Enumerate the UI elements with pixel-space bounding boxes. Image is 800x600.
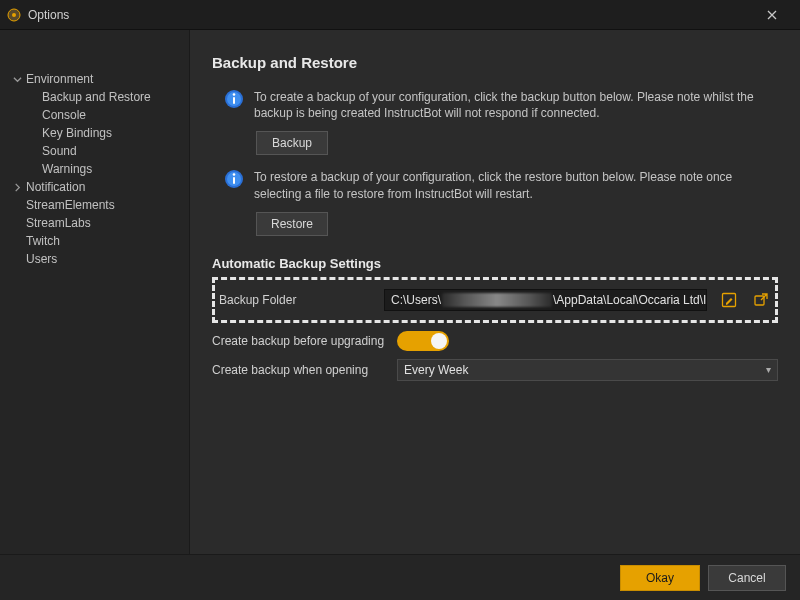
sidebar-item-label: Backup and Restore <box>42 90 151 104</box>
open-folder-button[interactable] <box>751 290 771 310</box>
sidebar-item-label: StreamLabs <box>26 216 91 230</box>
backup-info-text: To create a backup of your configuration… <box>254 89 778 121</box>
main-panel: Backup and Restore To create a backup of… <box>190 30 800 554</box>
sidebar-item-label: Environment <box>26 72 93 86</box>
page-title: Backup and Restore <box>212 54 778 71</box>
chevron-down-icon: ▾ <box>766 364 771 375</box>
backup-button[interactable]: Backup <box>256 131 328 155</box>
sidebar-item-users[interactable]: Users <box>6 250 183 268</box>
dialog-footer: Okay Cancel <box>0 554 800 600</box>
info-icon <box>224 169 244 189</box>
svg-rect-4 <box>233 97 235 104</box>
create-backup-before-upgrading-toggle[interactable] <box>397 331 449 351</box>
sidebar-item-sound[interactable]: Sound <box>6 142 183 160</box>
opening-select-label: Create backup when opening <box>212 363 387 377</box>
restore-button[interactable]: Restore <box>256 212 328 236</box>
sidebar-item-key-bindings[interactable]: Key Bindings <box>6 124 183 142</box>
toggle-knob <box>431 333 447 349</box>
sidebar-item-label: Console <box>42 108 86 122</box>
path-prefix: C:\Users\ <box>391 293 441 307</box>
restore-info-text: To restore a backup of your configuratio… <box>254 169 778 201</box>
window-title: Options <box>28 8 69 22</box>
sidebar-item-streamlabs[interactable]: StreamLabs <box>6 214 183 232</box>
sidebar-item-label: Sound <box>42 144 77 158</box>
external-link-icon <box>753 292 769 308</box>
sidebar-item-label: Notification <box>26 180 85 194</box>
edit-icon <box>721 292 737 308</box>
sidebar-item-console[interactable]: Console <box>6 106 183 124</box>
sidebar-item-label: StreamElements <box>26 198 115 212</box>
auto-backup-section-title: Automatic Backup Settings <box>212 256 778 271</box>
chevron-right-icon <box>10 180 24 194</box>
backup-folder-label: Backup Folder <box>219 293 374 307</box>
sidebar-item-label: Warnings <box>42 162 92 176</box>
select-value: Every Week <box>404 363 468 377</box>
sidebar-item-twitch[interactable]: Twitch <box>6 232 183 250</box>
svg-point-9 <box>233 174 236 177</box>
backup-folder-path[interactable]: C:\Users\ \AppData\Local\Occaria Ltd\Ins… <box>384 289 707 311</box>
close-button[interactable] <box>752 1 792 29</box>
sidebar-item-streamelements[interactable]: StreamElements <box>6 196 183 214</box>
close-icon <box>767 10 777 20</box>
upgrade-toggle-label: Create backup before upgrading <box>212 334 387 348</box>
sidebar-item-notification[interactable]: Notification <box>6 178 183 196</box>
chevron-down-icon <box>10 72 24 86</box>
sidebar-item-backup-and-restore[interactable]: Backup and Restore <box>6 88 183 106</box>
backup-folder-highlight: Backup Folder C:\Users\ \AppData\Local\O… <box>212 277 778 323</box>
svg-point-1 <box>12 13 16 17</box>
app-icon <box>6 7 22 23</box>
create-backup-when-opening-select[interactable]: Every Week ▾ <box>397 359 778 381</box>
sidebar-item-environment[interactable]: Environment <box>6 70 183 88</box>
sidebar-item-warnings[interactable]: Warnings <box>6 160 183 178</box>
sidebar-item-label: Key Bindings <box>42 126 112 140</box>
edit-folder-button[interactable] <box>719 290 739 310</box>
cancel-button[interactable]: Cancel <box>708 565 786 591</box>
svg-rect-11 <box>755 296 764 305</box>
okay-button[interactable]: Okay <box>620 565 700 591</box>
sidebar: Environment Backup and Restore Console K… <box>0 30 190 554</box>
sidebar-item-label: Twitch <box>26 234 60 248</box>
titlebar: Options <box>0 0 800 30</box>
sidebar-item-label: Users <box>26 252 57 266</box>
path-suffix: \AppData\Local\Occaria Ltd\InstructBot\b… <box>553 293 707 307</box>
redacted-username <box>442 293 552 307</box>
svg-point-5 <box>233 93 236 96</box>
svg-rect-8 <box>233 177 235 184</box>
info-icon <box>224 89 244 109</box>
